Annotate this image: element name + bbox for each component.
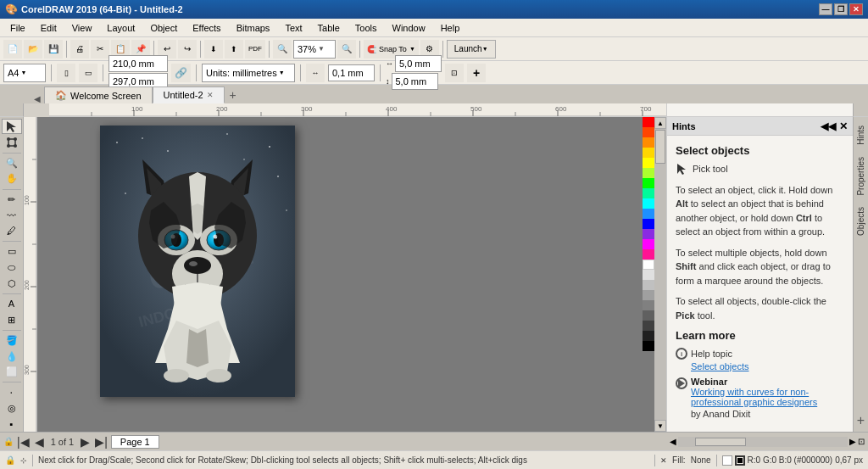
webinar-title[interactable]: Working with curves for non-professional… [691,387,844,407]
right-tab-add[interactable]: + [854,410,868,432]
color-cell-darksilver[interactable] [643,290,654,300]
color-cell-gold[interactable] [643,148,654,158]
hints-collapse-button[interactable]: ◀◀ [821,120,836,132]
color-cell-gainsboro[interactable] [643,270,654,280]
color-cell-verydarkgrey[interactable] [643,321,654,331]
menu-layout[interactable]: Layout [100,21,142,35]
node-tool[interactable] [2,135,22,150]
page-last-button[interactable]: ▶| [93,435,109,449]
close-button[interactable]: ✕ [849,3,863,15]
menu-object[interactable]: Object [143,21,184,35]
color-cell-orangered[interactable] [643,127,654,137]
color-cell-dodgerblue[interactable] [643,209,654,219]
shadow-tool[interactable]: ▪ [2,416,22,432]
open-button[interactable]: 📂 [24,40,42,59]
menu-text[interactable]: Text [278,21,309,35]
tab-welcome-screen[interactable]: 🏠 Welcome Screen [44,87,153,103]
launch-button[interactable]: Launch ▼ [447,40,496,59]
page-prev-button[interactable]: ◀ [33,435,46,449]
menu-edit[interactable]: Edit [34,21,64,35]
menu-help[interactable]: Help [434,21,467,35]
units-dropdown[interactable]: Units: millimetres ▼ [202,64,295,82]
scroll-down-button[interactable]: ▼ [654,420,666,432]
page-next-button[interactable]: ▶ [79,435,92,449]
artpen-tool[interactable]: 🖊 [2,224,22,239]
new-button[interactable]: 📄 [3,40,22,59]
zoom-out-button[interactable]: 🔍 [337,40,356,59]
zoom-dropdown[interactable]: 37% ▼ [293,40,336,59]
hints-menu-button[interactable]: ✕ [839,120,848,132]
add-page-button[interactable]: + [467,64,486,82]
color-cell-black[interactable] [643,341,654,351]
bezier-tool[interactable]: 〰 [2,208,22,223]
color-cell-darkgrey[interactable] [643,310,654,321]
rect-tool[interactable]: ▭ [2,244,22,260]
page-fit-button[interactable]: ⊡ [445,64,464,82]
color-cell-silver[interactable] [643,280,654,290]
polygon-tool[interactable]: ⬡ [2,276,22,291]
pick-tool[interactable] [2,119,22,134]
landscape-button[interactable]: ▭ [79,64,97,82]
h-scroll-left[interactable]: ◀ [670,437,676,446]
v-nudge-field[interactable]: 5,0 mm [392,73,438,90]
tab-untitled2[interactable]: Untitled-2 ✕ [153,87,225,103]
menu-table[interactable]: Table [311,21,347,35]
import-button[interactable]: ⬇ [204,40,223,59]
nudge-field[interactable]: 0,1 mm [328,64,375,81]
color-cell-magenta[interactable] [643,239,654,249]
pdf-button[interactable]: PDF [245,40,265,59]
color-cell-darkorange[interactable] [643,137,654,148]
color-cell-yellow[interactable] [643,158,654,168]
scroll-up-button[interactable]: ▲ [654,117,666,129]
menu-effects[interactable]: Effects [186,21,227,35]
right-tab-hints[interactable]: Hints [854,120,867,150]
scroll-thumb[interactable] [655,130,665,164]
redo-button[interactable]: ↪ [178,40,197,59]
color-cell-almostblack[interactable] [643,331,654,341]
width-field[interactable]: 210,0 mm [108,55,168,72]
text-tool[interactable]: A [2,297,22,312]
h-scroll-right[interactable]: ▶ [849,437,856,446]
tab-close-button[interactable]: ✕ [207,91,214,99]
color-cell-red[interactable] [643,117,654,127]
page-first-button[interactable]: |◀ [15,435,31,449]
menu-tools[interactable]: Tools [348,21,384,35]
menu-file[interactable]: File [3,21,32,35]
paper-size-dropdown[interactable]: A4 ▼ [3,64,46,82]
menu-window[interactable]: Window [386,21,432,35]
eyedropper-tool[interactable]: 💧 [2,349,22,364]
canvas-area[interactable]: 100 200 300 [24,117,666,432]
export-button[interactable]: ⬆ [225,40,243,59]
h-nudge-field[interactable]: 5,0 mm [395,55,442,72]
right-tab-objects[interactable]: Objects [854,202,867,241]
restore-button[interactable]: ❐ [834,3,848,15]
tab-add-button[interactable]: + [225,87,242,103]
pan-tool[interactable]: ✋ [2,171,22,187]
color-cell-lime[interactable] [643,178,654,188]
ellipse-tool[interactable]: ⬭ [2,260,22,276]
save-button[interactable]: 💾 [44,40,63,59]
tab-scroll-left[interactable]: ◀ [31,94,44,103]
color-cell-mediumspringgreen[interactable] [643,188,654,198]
color-cell-deeppink[interactable] [643,249,654,260]
hints-select-objects-link[interactable]: Select objects [691,361,748,371]
menu-bitmaps[interactable]: Bitmaps [230,21,277,35]
color-cell-blue[interactable] [643,219,654,229]
page-tab-1[interactable]: Page 1 [111,435,159,449]
fill-tool[interactable]: 🪣 [2,333,22,349]
portrait-button[interactable]: ▯ [57,64,75,82]
freehand-tool[interactable]: ✏ [2,192,22,207]
color-cell-greenyellow[interactable] [643,168,654,178]
contour-tool[interactable]: ◎ [2,401,22,416]
h-scroll-thumb[interactable] [695,438,746,446]
lock-ratio-button[interactable]: 🔗 [171,64,191,82]
color-cell-white[interactable] [643,260,654,270]
print-button[interactable]: 🖨 [70,40,89,59]
right-tab-properties[interactable]: Properties [854,152,867,201]
cut-button[interactable]: ✂ [91,40,109,59]
color-cell-grey[interactable] [643,300,654,310]
table-tool[interactable]: ⊞ [2,312,22,327]
color-cell-blueviolet[interactable] [643,229,654,239]
zoom-tool[interactable]: 🔍 [2,155,22,170]
color-cell-cyan[interactable] [643,198,654,209]
